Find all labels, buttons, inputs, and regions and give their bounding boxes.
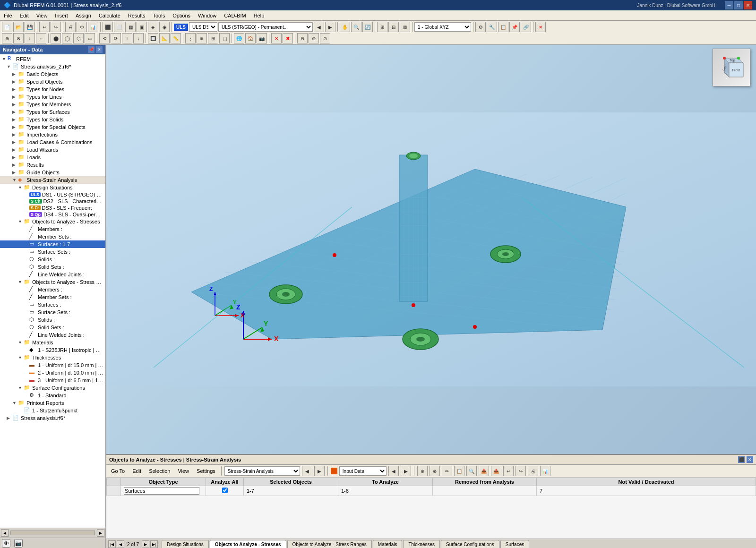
- nav-pin-button[interactable]: 📌: [88, 46, 94, 53]
- menu-insert[interactable]: Insert: [51, 12, 72, 19]
- tree-th3[interactable]: ▬ 3 - Uniform | d: 6.5 mm | 1 - S235: [0, 377, 105, 384]
- tb-b2[interactable]: ⬜: [114, 22, 124, 32]
- tb-b5[interactable]: ◈: [148, 22, 158, 32]
- tb-b6[interactable]: ◉: [159, 22, 170, 32]
- tb-results[interactable]: 📊: [88, 22, 98, 32]
- tree-loads[interactable]: ▶ 📁 Loads: [0, 154, 105, 161]
- tree-oas-surface-sets[interactable]: ▭ Surface Sets :: [0, 248, 105, 256]
- tb-v2[interactable]: ⊟: [388, 22, 399, 32]
- tree-oas-line-welded[interactable]: ╱ Line Welded Joints :: [0, 271, 105, 278]
- tree-oar-solids[interactable]: ⬡ Solids :: [0, 316, 105, 324]
- tree-oar-surfaces[interactable]: ▭ Surfaces :: [0, 301, 105, 308]
- tb-redo[interactable]: ↪: [51, 22, 61, 32]
- tb-close-x[interactable]: ✕: [535, 22, 546, 32]
- tb-settings3[interactable]: 📋: [498, 22, 508, 32]
- tree-surface-configs[interactable]: ▼ 📁 Surface Configurations: [0, 384, 105, 392]
- tree-th2[interactable]: ▬ 2 - Uniform | d: 10.0 mm | 1 - S23: [0, 369, 105, 377]
- bottom-close-button[interactable]: ✕: [747, 456, 753, 463]
- tb2-b3[interactable]: ↕: [25, 33, 35, 43]
- tab-objects-stresses[interactable]: Objects to Analyze - Stresses: [210, 540, 286, 548]
- menu-options[interactable]: Options: [169, 12, 194, 19]
- tree-design-situations[interactable]: ▼ 📁 Design Situations: [0, 184, 105, 191]
- tree-ds4[interactable]: S Qp DS4 - SLS - Quasi-permanent: [0, 211, 105, 218]
- tree-oas-solid-sets[interactable]: ⬡ Solid Sets :: [0, 263, 105, 271]
- menu-tools[interactable]: Tools: [149, 12, 169, 19]
- bp-tb8[interactable]: ↩: [503, 466, 514, 476]
- tree-file2[interactable]: ▶ 📄 Stress analysis.rf6*: [0, 414, 105, 422]
- tb2-b7[interactable]: ⬡: [73, 33, 84, 43]
- tb2-b1[interactable]: ⊕: [2, 33, 12, 43]
- tree-special-objects[interactable]: ▶ 📁 Special Objects: [0, 78, 105, 86]
- tab-materials[interactable]: Materials: [373, 540, 403, 548]
- tree-types-members[interactable]: ▶ 📁 Types for Members: [0, 101, 105, 108]
- tb2-b2[interactable]: ⊗: [13, 33, 24, 43]
- tb-print[interactable]: 🖨: [65, 22, 76, 32]
- tree-objects-stresses[interactable]: ▼ 📁 Objects to Analyze - Stresses: [0, 218, 105, 225]
- bp-menu-edit[interactable]: Edit: [129, 468, 144, 474]
- tb-open[interactable]: 📂: [13, 22, 24, 32]
- nav-scrollbar[interactable]: [10, 531, 95, 535]
- tab-surfaces[interactable]: Surfaces: [500, 540, 529, 548]
- tree-objects-ranges[interactable]: ▼ 📁 Objects to Analyze - Stress Ranges: [0, 278, 105, 286]
- page-prev[interactable]: ◀: [117, 540, 124, 548]
- menu-edit[interactable]: Edit: [16, 12, 33, 19]
- tb-zoom[interactable]: 🔍: [351, 22, 361, 32]
- tab-objects-ranges[interactable]: Objects to Analyze - Stress Ranges: [287, 540, 372, 548]
- tree-thicknesses[interactable]: ▼ 📁 Thicknesses: [0, 354, 105, 361]
- tree-types-special[interactable]: ▶ 📁 Types for Special Objects: [0, 123, 105, 131]
- tree-types-lines[interactable]: ▶ 📁 Types for Lines: [0, 93, 105, 101]
- tree-sc1[interactable]: ⚙ 1 - Standard: [0, 392, 105, 399]
- tree-types-surfaces[interactable]: ▶ 📁 Types for Surfaces: [0, 108, 105, 116]
- tree-load-cases[interactable]: ▶ 📁 Load Cases & Combinations: [0, 138, 105, 146]
- tb2-b14[interactable]: 📐: [159, 33, 170, 43]
- object-type-input[interactable]: [124, 487, 199, 495]
- bp-menu-selection[interactable]: Selection: [146, 468, 173, 474]
- tree-oar-member-sets[interactable]: ╱ Member Sets :: [0, 293, 105, 301]
- nav-scroll-right[interactable]: ▶: [97, 529, 104, 537]
- nav-close-button[interactable]: ✕: [96, 46, 103, 53]
- bp-menu-settings[interactable]: Settings: [194, 468, 218, 474]
- tb2-b18[interactable]: ⊞: [208, 33, 218, 43]
- tb2-b24[interactable]: ✖: [283, 33, 293, 43]
- tb-b3[interactable]: ▦: [125, 22, 136, 32]
- bp-tb2[interactable]: ⊗: [430, 466, 440, 476]
- bp-tb7[interactable]: 📤: [491, 466, 501, 476]
- nav-eye-button[interactable]: 👁: [2, 539, 10, 548]
- tree-oar-line-welded[interactable]: ╱ Line Welded Joints :: [0, 331, 105, 339]
- bp-menu-goto[interactable]: Go To: [108, 468, 128, 474]
- tree-basic-objects[interactable]: ▶ 📁 Basic Objects: [0, 70, 105, 78]
- data-prev[interactable]: ◀: [388, 466, 399, 476]
- tb2-b25[interactable]: ⊖: [297, 33, 308, 43]
- tree-oas-solids[interactable]: ⬡ Solids :: [0, 256, 105, 263]
- menu-help[interactable]: Help: [250, 12, 268, 19]
- data-next[interactable]: ▶: [401, 466, 411, 476]
- menu-window[interactable]: Window: [194, 12, 220, 19]
- tb-v1[interactable]: ⊞: [377, 22, 387, 32]
- tb2-b11[interactable]: ↑: [122, 33, 132, 43]
- tb-save[interactable]: 💾: [25, 22, 35, 32]
- tree-guide-objects[interactable]: ▶ 📁 Guide Objects: [0, 169, 105, 176]
- tb2-b6[interactable]: ◯: [62, 33, 72, 43]
- tree-imperfections[interactable]: ▶ 📁 Imperfections: [0, 131, 105, 138]
- menu-cadbim[interactable]: CAD-BIM: [220, 12, 249, 19]
- tree-oar-members[interactable]: ╱ Members :: [0, 286, 105, 293]
- tb-b4[interactable]: ▣: [137, 22, 147, 32]
- bp-tb5[interactable]: 🔍: [466, 466, 477, 476]
- tree-th1[interactable]: ▬ 1 - Uniform | d: 15.0 mm | 1 - S23: [0, 361, 105, 369]
- tree-ds2[interactable]: S Ch DS2 - SLS - Characteristic: [0, 198, 105, 205]
- page-last[interactable]: ▶|: [150, 540, 158, 548]
- tree-stress-strain[interactable]: ▼ ◈ Stress-Strain Analysis: [0, 176, 105, 184]
- tree-pr1[interactable]: 📄 1 - Stutzenfußpunkt: [0, 407, 105, 414]
- tb2-b17[interactable]: ≡: [197, 33, 207, 43]
- menu-assign[interactable]: Assign: [72, 12, 95, 19]
- tree-load-wizards[interactable]: ▶ 📁 Load Wizards: [0, 146, 105, 154]
- menu-file[interactable]: File: [0, 12, 16, 19]
- tb-settings2[interactable]: 🔧: [487, 22, 497, 32]
- tree-types-solids[interactable]: ▶ 📁 Types for Solids: [0, 116, 105, 123]
- view-combo[interactable]: 1 - Global XYZ: [414, 22, 471, 32]
- tb-v3[interactable]: ⊠: [400, 22, 410, 32]
- ds-combo1[interactable]: ULS DS1: [189, 22, 217, 32]
- bp-tb9[interactable]: ↪: [515, 466, 526, 476]
- tree-rfem[interactable]: ▼ R RFEM: [0, 55, 105, 63]
- tree-results[interactable]: ▶ 📁 Results: [0, 161, 105, 169]
